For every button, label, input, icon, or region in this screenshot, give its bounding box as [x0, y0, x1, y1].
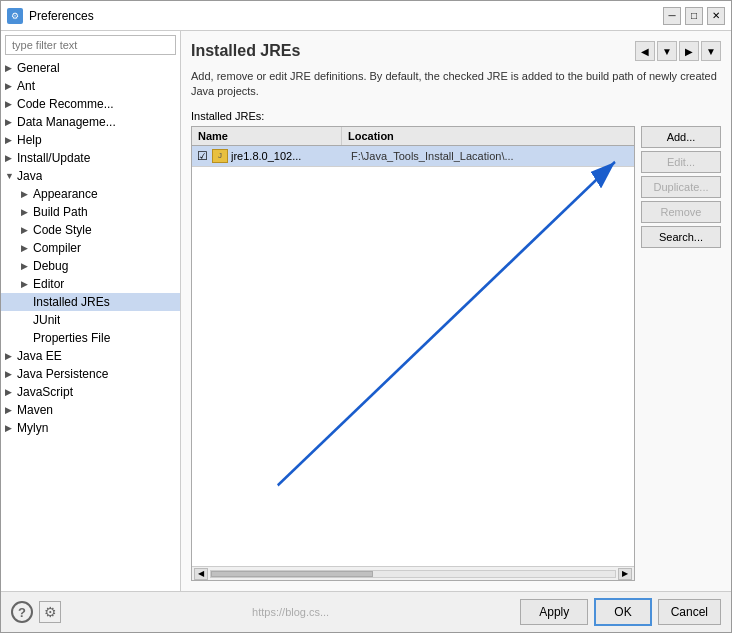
jre-area-wrapper: Name Location ☑ J jre1.8.0_102... F:\Jav… [191, 126, 721, 581]
sidebar-item-help[interactable]: ▶ Help [1, 131, 180, 149]
sidebar-item-appearance[interactable]: ▶ Appearance [1, 185, 180, 203]
sidebar-item-label: Maven [17, 403, 53, 417]
restore-button[interactable]: □ [685, 7, 703, 25]
sidebar-item-label: Mylyn [17, 421, 48, 435]
sidebar-item-label: General [17, 61, 60, 75]
url-display: https://blog.cs... [67, 606, 514, 618]
panel-header: Installed JREs ◀ ▼ ▶ ▼ [191, 41, 721, 61]
duplicate-button[interactable]: Duplicate... [641, 176, 721, 198]
sidebar-item-ant[interactable]: ▶ Ant [1, 77, 180, 95]
scroll-left-button[interactable]: ◀ [194, 568, 208, 580]
sidebar-item-label: Data Manageme... [17, 115, 116, 129]
edit-button[interactable]: Edit... [641, 151, 721, 173]
sidebar: ▶ General ▶ Ant ▶ Code Recomme... ▶ Data… [1, 31, 181, 591]
arrow-icon: ▶ [21, 207, 33, 217]
sidebar-item-code-recommender[interactable]: ▶ Code Recomme... [1, 95, 180, 113]
jre-name: jre1.8.0_102... [231, 150, 351, 162]
sidebar-item-general[interactable]: ▶ General [1, 59, 180, 77]
filter-input[interactable] [5, 35, 176, 55]
navigation-arrows: ◀ ▼ ▶ ▼ [635, 41, 721, 61]
sidebar-item-label: Editor [33, 277, 64, 291]
sidebar-item-maven[interactable]: ▶ Maven [1, 401, 180, 419]
sidebar-item-data-management[interactable]: ▶ Data Manageme... [1, 113, 180, 131]
installed-jres-label: Installed JREs: [191, 110, 721, 122]
sidebar-tree: ▶ General ▶ Ant ▶ Code Recomme... ▶ Data… [1, 59, 180, 591]
arrow-icon: ▶ [21, 189, 33, 199]
sidebar-item-label: Appearance [33, 187, 98, 201]
jre-checkbox[interactable]: ☑ [192, 149, 212, 163]
right-panel: Installed JREs ◀ ▼ ▶ ▼ Add, remove or ed… [181, 31, 731, 591]
arrow-icon: ▶ [5, 135, 17, 145]
sidebar-item-properties-file[interactable]: ▶ Properties File [1, 329, 180, 347]
nav-dropdown-button[interactable]: ▼ [701, 41, 721, 61]
arrow-icon: ▶ [21, 261, 33, 271]
scroll-right-button[interactable]: ▶ [618, 568, 632, 580]
arrow-icon: ▶ [5, 153, 17, 163]
cancel-button[interactable]: Cancel [658, 599, 721, 625]
sidebar-item-label: Install/Update [17, 151, 90, 165]
sidebar-item-label: Installed JREs [33, 295, 110, 309]
settings-button[interactable]: ⚙ [39, 601, 61, 623]
arrow-icon: ▼ [5, 171, 17, 181]
help-button[interactable]: ? [11, 601, 33, 623]
arrow-icon: ▶ [5, 369, 17, 379]
sidebar-item-installed-jres[interactable]: ▶ Installed JREs [1, 293, 180, 311]
sidebar-item-java-ee[interactable]: ▶ Java EE [1, 347, 180, 365]
table-row[interactable]: ☑ J jre1.8.0_102... F:\Java_Tools_Instal… [192, 146, 634, 167]
nav-forward-button[interactable]: ▶ [679, 41, 699, 61]
title-bar: ⚙ Preferences ─ □ ✕ [1, 1, 731, 31]
arrow-icon: ▶ [5, 63, 17, 73]
sidebar-item-label: JavaScript [17, 385, 73, 399]
panel-description: Add, remove or edit JRE definitions. By … [191, 69, 721, 100]
main-content: ▶ General ▶ Ant ▶ Code Recomme... ▶ Data… [1, 31, 731, 591]
window-title: Preferences [29, 9, 663, 23]
sidebar-item-label: Code Recomme... [17, 97, 114, 111]
window-icon: ⚙ [7, 8, 23, 24]
close-button[interactable]: ✕ [707, 7, 725, 25]
sidebar-item-debug[interactable]: ▶ Debug [1, 257, 180, 275]
sidebar-item-build-path[interactable]: ▶ Build Path [1, 203, 180, 221]
sidebar-item-mylyn[interactable]: ▶ Mylyn [1, 419, 180, 437]
sidebar-item-compiler[interactable]: ▶ Compiler [1, 239, 180, 257]
minimize-button[interactable]: ─ [663, 7, 681, 25]
jre-table-header: Name Location [192, 127, 634, 146]
sidebar-item-javascript[interactable]: ▶ JavaScript [1, 383, 180, 401]
add-button[interactable]: Add... [641, 126, 721, 148]
scroll-track[interactable] [210, 570, 616, 578]
sidebar-item-label: Code Style [33, 223, 92, 237]
arrow-icon: ▶ [21, 243, 33, 253]
sidebar-item-junit[interactable]: ▶ JUnit [1, 311, 180, 329]
arrow-icon: ▶ [5, 351, 17, 361]
scroll-thumb[interactable] [211, 571, 373, 577]
horizontal-scrollbar[interactable]: ◀ ▶ [192, 566, 634, 580]
sidebar-item-java-persistence[interactable]: ▶ Java Persistence [1, 365, 180, 383]
sidebar-item-label: Build Path [33, 205, 88, 219]
jre-table-body: ☑ J jre1.8.0_102... F:\Java_Tools_Instal… [192, 146, 634, 566]
sidebar-item-label: JUnit [33, 313, 60, 327]
sidebar-item-install-update[interactable]: ▶ Install/Update [1, 149, 180, 167]
sidebar-item-label: Help [17, 133, 42, 147]
bottom-bar: ? ⚙ https://blog.cs... Apply OK Cancel [1, 591, 731, 632]
search-button[interactable]: Search... [641, 226, 721, 248]
ok-button[interactable]: OK [594, 598, 651, 626]
nav-down-button[interactable]: ▼ [657, 41, 677, 61]
sidebar-item-java[interactable]: ▼ Java [1, 167, 180, 185]
sidebar-item-label: Debug [33, 259, 68, 273]
jre-table: Name Location ☑ J jre1.8.0_102... F:\Jav… [191, 126, 635, 581]
sidebar-item-label: Compiler [33, 241, 81, 255]
jre-location: F:\Java_Tools_Install_Lacation\... [351, 150, 634, 162]
window-controls: ─ □ ✕ [663, 7, 725, 25]
arrow-icon: ▶ [5, 117, 17, 127]
col-location-header: Location [342, 127, 634, 145]
arrow-icon: ▶ [5, 99, 17, 109]
jre-area: Name Location ☑ J jre1.8.0_102... F:\Jav… [191, 126, 721, 581]
nav-back-button[interactable]: ◀ [635, 41, 655, 61]
arrow-icon: ▶ [21, 279, 33, 289]
apply-button[interactable]: Apply [520, 599, 588, 625]
sidebar-item-editor[interactable]: ▶ Editor [1, 275, 180, 293]
arrow-icon: ▶ [21, 225, 33, 235]
remove-button[interactable]: Remove [641, 201, 721, 223]
sidebar-item-label: Ant [17, 79, 35, 93]
sidebar-item-code-style[interactable]: ▶ Code Style [1, 221, 180, 239]
arrow-icon: ▶ [5, 387, 17, 397]
